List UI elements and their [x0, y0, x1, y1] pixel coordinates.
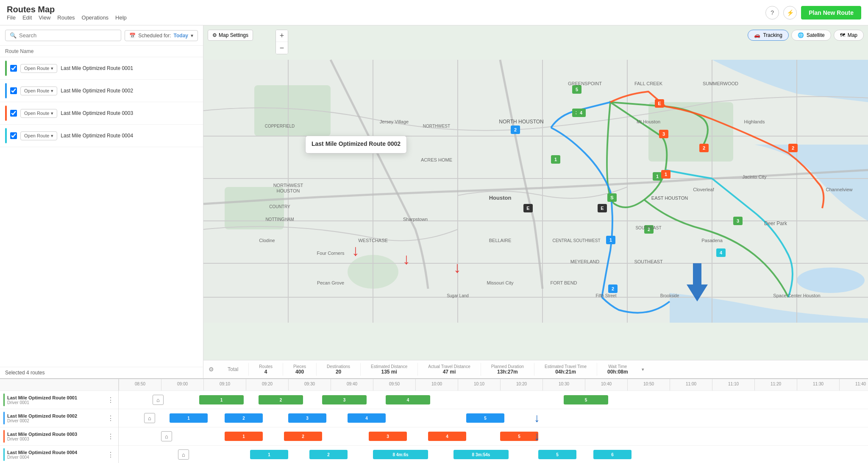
time-tick: 10:00	[415, 379, 458, 390]
svg-text:FALL CREEK: FALL CREEK	[634, 81, 663, 86]
svg-text:Pecan Grove: Pecan Grove	[317, 280, 344, 285]
satellite-button[interactable]: 🌐 Satellite	[791, 30, 831, 41]
route-checkbox-0003[interactable]	[10, 110, 17, 117]
menu-view[interactable]: View	[39, 14, 50, 21]
zoom-out-button[interactable]: −	[276, 42, 288, 54]
svg-text:1: 1	[609, 237, 612, 243]
menu-file[interactable]: File	[7, 14, 16, 21]
svg-text:NORTHWEST: NORTHWEST	[423, 124, 450, 128]
svg-text:Pasadena: Pasadena	[701, 238, 723, 243]
schedule-dropdown[interactable]: 📅 Scheduled for: Today ▾	[125, 30, 198, 41]
timeline-scroll-area[interactable]: 08:5009:0009:1009:2009:3009:4009:5010:00…	[119, 379, 868, 463]
app-title: Routes Map	[7, 5, 127, 14]
menu-operations[interactable]: Operations	[82, 14, 109, 21]
stop-bar[interactable]: 2	[309, 450, 348, 459]
svg-text:2: 2	[612, 286, 614, 291]
time-tick: 09:20	[246, 379, 288, 390]
plan-new-route-button[interactable]: Plan New Route	[801, 6, 861, 20]
stop-bar[interactable]: 5	[538, 450, 576, 459]
search-input[interactable]	[19, 32, 117, 39]
timeline-row-menu-button[interactable]: ⋮	[106, 432, 115, 441]
map-settings-button[interactable]: ⚙ Map Settings	[208, 30, 253, 41]
timeline-label-row-1: Last Mile Optimized Route 0002 Driver 00…	[0, 409, 118, 427]
map-view-controls: 🚗 Tracking 🌐 Satellite 🗺 Map	[748, 30, 864, 41]
time-tick: 11:10	[712, 379, 754, 390]
stop-bar[interactable]: 4	[348, 413, 386, 423]
map-svg[interactable]: 1 3 5 4 1 2 3	[203, 25, 868, 357]
stop-bar[interactable]: 3	[288, 413, 326, 423]
route-checkbox-0001[interactable]	[10, 65, 17, 72]
svg-text:COPPERFIELD: COPPERFIELD	[265, 124, 295, 128]
svg-text:FORT BEND: FORT BEND	[550, 280, 577, 285]
timeline-section: Last Mile Optimized Route 0001 Driver 00…	[0, 378, 868, 463]
menu-help[interactable]: Help	[115, 14, 127, 21]
svg-text:E: E	[658, 101, 661, 106]
timeline-row-menu-button[interactable]: ⋮	[106, 450, 115, 459]
route-status-dropdown-0004[interactable]: Open Route ▾	[20, 131, 57, 140]
stats-destinations: Destinations 20	[327, 364, 350, 375]
timeline-driver: Driver 0001	[7, 400, 104, 405]
time-tick: 09:30	[288, 379, 331, 390]
tracking-button[interactable]: 🚗 Tracking	[748, 30, 789, 41]
svg-text:SUMMERWOOD: SUMMERWOOD	[703, 81, 738, 86]
menu-edit[interactable]: Edit	[22, 14, 32, 21]
blue-arrow-annotation: ↓	[534, 411, 540, 425]
svg-text:2: 2	[792, 145, 794, 151]
settings-icon: ⚙	[212, 32, 217, 38]
lightning-button[interactable]: ⚡	[783, 6, 797, 20]
stop-bar[interactable]: 1	[225, 432, 263, 441]
route-status-dropdown-0003[interactable]: Open Route ▾	[20, 109, 57, 118]
stop-bar[interactable]: 5	[564, 395, 608, 404]
route-status-dropdown-0002[interactable]: Open Route ▾	[20, 86, 57, 95]
stop-bar[interactable]: 4	[386, 395, 430, 404]
stop-bar[interactable]: 1	[250, 450, 288, 459]
route-color-indicator	[5, 128, 7, 143]
route-status-dropdown-0001[interactable]: Open Route ▾	[20, 64, 57, 73]
svg-text:NOTTINGHAM: NOTTINGHAM	[265, 217, 294, 222]
stop-bar[interactable]: 1	[199, 395, 244, 404]
stats-settings-icon[interactable]: ⚙	[209, 366, 214, 373]
stop-bar[interactable]: 2	[259, 395, 303, 404]
stop-bar[interactable]: 3	[369, 432, 407, 441]
timeline-label-row-2: Last Mile Optimized Route 0003 Driver 00…	[0, 427, 118, 446]
stop-bar[interactable]: 2	[284, 432, 322, 441]
home-icon: ⌂	[178, 449, 189, 460]
stop-bar[interactable]: 8 4m:6s	[373, 450, 428, 459]
home-icon: ⌂	[161, 431, 172, 441]
route-list: Open Route ▾ Last Mile Optimized Route 0…	[0, 57, 203, 147]
map-button[interactable]: 🗺 Map	[834, 30, 864, 41]
stop-bar[interactable]: 1	[170, 413, 208, 423]
menu-routes[interactable]: Routes	[57, 14, 75, 21]
svg-text:Sugar Land: Sugar Land	[447, 293, 469, 298]
route-status-label: Open Route	[24, 133, 49, 138]
route-name-0004: Last Mile Optimized Route 0004	[61, 133, 198, 139]
svg-text:Mt Houston: Mt Houston	[637, 119, 660, 124]
satellite-icon: 🌐	[798, 32, 804, 38]
stop-bar[interactable]: 2	[225, 413, 263, 423]
route-name-0001: Last Mile Optimized Route 0001	[61, 65, 198, 71]
help-button[interactable]: ?	[765, 6, 779, 20]
time-tick: 09:10	[203, 379, 246, 390]
stats-chevron-down-icon[interactable]: ▾	[642, 367, 644, 372]
route-row-0003: Open Route ▾ Last Mile Optimized Route 0…	[0, 102, 203, 125]
time-tick: 10:50	[627, 379, 670, 390]
route-detail-popup: Last Mile Optimized Route 0002	[305, 136, 407, 153]
route-checkbox-0002[interactable]	[10, 87, 17, 94]
stop-bar[interactable]: 3	[322, 395, 367, 404]
stop-bar[interactable]: 8 3m:54s	[453, 450, 509, 459]
stop-bar[interactable]: 5	[466, 413, 504, 423]
search-box[interactable]: 🔍	[5, 30, 121, 41]
svg-text:2: 2	[514, 127, 517, 132]
stop-bar[interactable]: 4	[428, 432, 466, 441]
timeline-row-menu-button[interactable]: ⋮	[106, 396, 115, 404]
stats-wait-time: Wait Time 00h:08m	[607, 364, 628, 375]
time-tick: 11:00	[670, 379, 712, 390]
zoom-in-button[interactable]: +	[276, 30, 288, 42]
time-tick: 10:30	[542, 379, 585, 390]
route-list-header: Route Name	[0, 46, 203, 57]
route-checkbox-0004[interactable]	[10, 132, 17, 139]
stop-bar[interactable]: 6	[593, 450, 632, 459]
timeline-row-menu-button[interactable]: ⋮	[106, 414, 115, 422]
stop-bar[interactable]: 5	[500, 432, 538, 441]
svg-text:HOUSTON: HOUSTON	[277, 188, 300, 193]
